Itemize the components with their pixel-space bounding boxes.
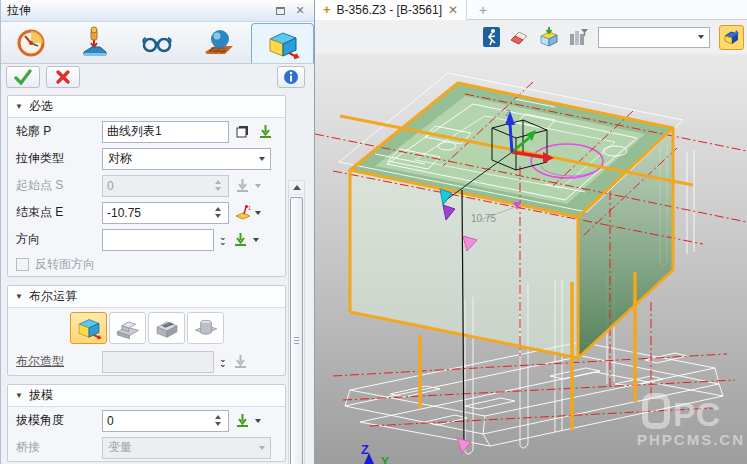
- close-button[interactable]: ✕: [292, 4, 308, 18]
- boolean-remove-button[interactable]: [148, 312, 185, 344]
- profile-input[interactable]: [102, 121, 229, 143]
- offset-hand-icon: 1: [234, 204, 252, 221]
- chevron-down-icon[interactable]: [255, 419, 261, 423]
- section-boolean-header[interactable]: ▼ 布尔运算: [8, 286, 285, 308]
- viewport-area: + B-356.Z3 - [B-3561] ✕ +: [315, 0, 747, 464]
- chevron-down-icon[interactable]: [255, 211, 261, 215]
- green-pick-arrow-icon: [258, 124, 273, 140]
- dialog-form: ▼ 必选 轮廓 P: [1, 90, 314, 464]
- tab-stamp[interactable]: [64, 22, 127, 63]
- exit-sketch-button[interactable]: [483, 27, 500, 47]
- profile-label: 轮廓 P: [16, 123, 102, 140]
- cancel-button[interactable]: [46, 66, 80, 88]
- tab-gauge[interactable]: [1, 22, 64, 63]
- direction-label: 方向: [16, 231, 102, 248]
- watermark-logo: PC: [673, 395, 720, 433]
- boolean-add-button[interactable]: [109, 312, 146, 344]
- tab-plus-icon: +: [323, 2, 331, 17]
- watermark-text: PHPCMS.CN: [637, 431, 745, 448]
- boolean-base-button[interactable]: [70, 312, 107, 344]
- chevron-down-icon[interactable]: [253, 238, 259, 242]
- tab-glasses[interactable]: [126, 22, 189, 63]
- document-tab-label: B-356.Z3 - [B-3561]: [337, 3, 442, 17]
- double-chevron-down-icon[interactable]: ⌄⌄: [219, 357, 227, 367]
- tab-render[interactable]: [189, 22, 252, 63]
- draft-angle-field[interactable]: [107, 414, 212, 428]
- section-draft-header[interactable]: ▼ 拔模: [8, 385, 285, 407]
- double-chevron-down-icon[interactable]: ⌄⌄: [219, 235, 227, 245]
- boolean-remove-icon: [152, 315, 182, 341]
- end-point-row: 结束点 E 1: [8, 199, 285, 226]
- insert-shape-button[interactable]: [538, 27, 560, 47]
- info-button[interactable]: [277, 66, 305, 88]
- draft-pick-button[interactable]: [233, 411, 252, 430]
- viewport-toolbar: [315, 20, 747, 54]
- shape-pick-button-disabled: [231, 352, 250, 371]
- tab-close-icon[interactable]: ✕: [448, 3, 458, 17]
- info-icon: [283, 69, 299, 85]
- document-tab-active[interactable]: + B-356.Z3 - [B-3561] ✕: [315, 0, 467, 20]
- bridge-select: 变量: [102, 437, 271, 459]
- render-sphere-icon: [203, 26, 237, 60]
- ok-button[interactable]: [6, 66, 40, 88]
- scrollbar-up-arrow[interactable]: [289, 181, 304, 195]
- selection-list-button[interactable]: [233, 122, 252, 141]
- extrude-box-icon: [265, 27, 301, 61]
- view-triad-z-label: Z: [361, 442, 369, 457]
- profile-pick-button[interactable]: [256, 122, 275, 141]
- collapse-triangle-icon: ▼: [15, 292, 23, 301]
- bridge-row: 桥接 变量: [8, 434, 285, 461]
- draft-angle-input[interactable]: [102, 410, 229, 432]
- dialog-titlebar: 拉伸 ✕: [1, 0, 314, 22]
- panel-scrollbar[interactable]: [288, 180, 305, 464]
- start-spinner: [212, 176, 224, 196]
- gray-pick-arrow-icon: [235, 178, 250, 194]
- view-combobox[interactable]: [598, 27, 710, 48]
- end-point-field[interactable]: [107, 206, 212, 220]
- check-icon: [13, 69, 33, 85]
- boolean-mode-buttons: [8, 308, 285, 348]
- offset-pick-button[interactable]: 1: [233, 203, 252, 222]
- direction-input[interactable]: [102, 229, 214, 251]
- view-orient-button[interactable]: [719, 25, 744, 50]
- scrollbar-thumb[interactable]: [290, 197, 303, 464]
- end-point-input[interactable]: [102, 202, 229, 224]
- bridge-label: 桥接: [16, 439, 102, 456]
- gauge-icon: [15, 26, 49, 60]
- chevron-down-icon: [259, 446, 265, 450]
- direction-pick-button[interactable]: [231, 230, 250, 249]
- section-required-header[interactable]: ▼ 必选: [8, 96, 285, 118]
- eraser-icon: [509, 29, 529, 45]
- new-tab-button[interactable]: +: [467, 2, 499, 18]
- scrollbar-grip: [294, 335, 299, 346]
- gray-pick-arrow-icon: [233, 354, 248, 370]
- reverse-face-row: 反转面方向: [8, 253, 285, 276]
- section-required: ▼ 必选 轮廓 P: [7, 95, 286, 277]
- filter-button[interactable]: [569, 28, 589, 47]
- erase-button[interactable]: [509, 29, 529, 45]
- end-spinner[interactable]: [212, 203, 224, 223]
- dialog-title: 拉伸: [7, 2, 268, 19]
- profile-row: 轮廓 P: [8, 118, 285, 145]
- boolean-shape-input: [102, 351, 214, 373]
- green-pick-arrow-icon: [233, 232, 248, 248]
- extrude-type-label: 拉伸类型: [16, 150, 102, 167]
- collapse-triangle-icon: ▼: [15, 391, 23, 400]
- dimension-text: 10.75: [471, 213, 496, 224]
- chevron-down-icon: [259, 157, 265, 161]
- profile-input-field[interactable]: [107, 125, 224, 139]
- green-pick-arrow-icon: [235, 413, 250, 429]
- z-axis-arrow[interactable]: [510, 124, 512, 152]
- chevron-down-icon: [698, 35, 704, 39]
- glasses-icon: [140, 26, 174, 60]
- direction-field[interactable]: [107, 233, 209, 247]
- boolean-shape-label[interactable]: 布尔造型: [16, 353, 102, 370]
- boolean-shape-row: 布尔造型 ⌄⌄: [8, 348, 285, 375]
- model-canvas[interactable]: 10.75 Z: [315, 54, 747, 464]
- restore-button[interactable]: [272, 4, 288, 18]
- draft-angle-spinner[interactable]: [212, 411, 224, 431]
- boolean-intersect-button[interactable]: [187, 312, 224, 344]
- tab-extrude[interactable]: [251, 23, 314, 63]
- restore-icon: [276, 7, 285, 15]
- extrude-type-select[interactable]: 对称: [102, 148, 271, 170]
